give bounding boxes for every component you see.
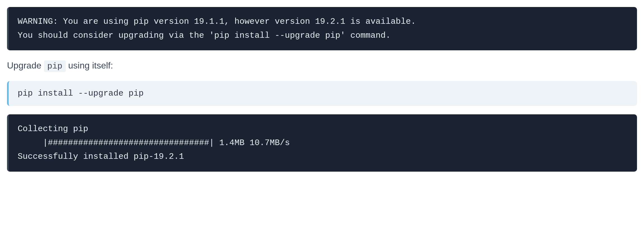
command-input-block: pip install --upgrade pip xyxy=(7,81,637,106)
instruction-text: Upgrade pip using itself: xyxy=(7,59,637,73)
inline-code-pip: pip xyxy=(44,60,66,72)
prose-text-after: using itself: xyxy=(66,60,113,70)
prose-text-before: Upgrade xyxy=(7,60,44,70)
terminal-output-result: Collecting pip |########################… xyxy=(7,114,637,172)
terminal-output-warning: WARNING: You are using pip version 19.1.… xyxy=(7,7,637,50)
